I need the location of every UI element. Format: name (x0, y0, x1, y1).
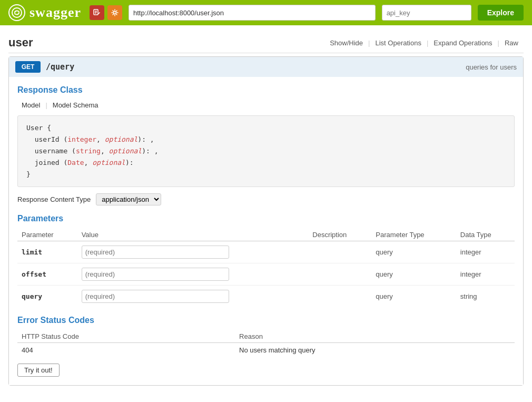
api-title: user (8, 36, 33, 50)
params-header-row: Parameter Value Description Parameter Ty… (17, 229, 515, 241)
model-field-username: username (string, optional): , (26, 145, 506, 157)
table-row: offset query integer (17, 263, 515, 286)
explore-button[interactable]: Explore (478, 5, 524, 21)
api-key-input[interactable] (382, 5, 471, 21)
param-value-cell (77, 263, 309, 286)
operation-description: queries for users (466, 63, 517, 71)
error-status-table: HTTP Status Code Reason 404 No users mat… (17, 330, 515, 357)
error-header-row: HTTP Status Code Reason (17, 330, 515, 343)
svg-point-5 (113, 12, 116, 14)
expand-operations-link[interactable]: Expand Operations (428, 39, 497, 47)
parameters-title: Parameters (17, 214, 515, 223)
logo-area: swagger (8, 4, 81, 21)
model-tabs: Model | Model Schema (17, 100, 515, 110)
navbar-icons (90, 5, 122, 20)
param-type: query (371, 241, 456, 263)
param-type: query (371, 286, 456, 308)
navbar: swagger http://localhost:8000/user.json … (0, 0, 532, 25)
operation-header[interactable]: GET /query queries for users (9, 57, 523, 77)
main-content: user Show/Hide | List Operations | Expan… (0, 25, 532, 402)
model-field-joined: joined (Date, optional): (26, 157, 506, 169)
url-input[interactable]: http://localhost:8000/user.json (129, 5, 376, 21)
param-datatype: integer (456, 241, 515, 263)
col-description: Description (308, 229, 371, 241)
list-operations-link[interactable]: List Operations (370, 39, 426, 47)
param-value-input[interactable] (82, 290, 229, 303)
model-box: User { userId (integer, optional): , use… (17, 115, 515, 187)
response-content-type-row: Response Content Type application/json (17, 193, 515, 205)
param-name: query (17, 286, 77, 308)
param-value-input[interactable] (82, 246, 229, 259)
table-row: query query string (17, 286, 515, 308)
param-name: limit (17, 241, 77, 263)
model-tab-schema[interactable]: Model Schema (48, 100, 103, 110)
parameters-section: Parameters Parameter Value Description P… (17, 214, 515, 307)
param-description (308, 286, 371, 308)
gear-icon-btn[interactable] (107, 5, 122, 20)
model-tab-model[interactable]: Model (17, 100, 44, 110)
operation-path: /query (46, 62, 74, 72)
raw-link[interactable]: Raw (499, 39, 524, 47)
table-row: 404 No users matching query (17, 343, 515, 358)
param-name: offset (17, 263, 77, 286)
response-class-title: Response Class (17, 85, 515, 95)
response-content-type-label: Response Content Type (17, 195, 91, 203)
pencil-icon-btn[interactable] (90, 5, 104, 20)
error-status-codes-title: Error Status Codes (17, 316, 515, 325)
response-class-section: Response Class Model | Model Schema User… (17, 85, 515, 187)
error-reason: No users matching query (235, 343, 515, 358)
model-tab-sep: | (44, 100, 48, 110)
operation-block: GET /query queries for users Response Cl… (8, 56, 524, 386)
param-description (308, 241, 371, 263)
method-badge: GET (15, 61, 41, 73)
api-title-row: user Show/Hide | List Operations | Expan… (8, 36, 524, 53)
col-reason: Reason (235, 330, 515, 343)
param-datatype: integer (456, 263, 515, 286)
param-value-cell (77, 241, 309, 263)
model-field-userid: userId (integer, optional): , (26, 134, 506, 145)
swagger-logo-icon (8, 4, 25, 21)
param-datatype: string (456, 286, 515, 308)
response-content-type-select[interactable]: application/json (96, 193, 161, 205)
param-description (308, 263, 371, 286)
model-closing: } (26, 169, 506, 180)
show-hide-link[interactable]: Show/Hide (324, 39, 368, 47)
swagger-logo-text: swagger (29, 5, 81, 21)
error-code: 404 (17, 343, 235, 358)
col-http-status: HTTP Status Code (17, 330, 235, 343)
parameters-table: Parameter Value Description Parameter Ty… (17, 229, 515, 307)
param-type: query (371, 263, 456, 286)
table-row: limit query integer (17, 241, 515, 263)
col-parameter: Parameter (17, 229, 77, 241)
svg-point-0 (12, 8, 22, 17)
col-value: Value (77, 229, 309, 241)
api-controls: Show/Hide | List Operations | Expand Ope… (324, 39, 524, 47)
operation-body: Response Class Model | Model Schema User… (9, 77, 523, 385)
model-class-name: User { (26, 122, 506, 134)
param-value-cell (77, 286, 309, 308)
col-data-type: Data Type (456, 229, 515, 241)
param-value-input[interactable] (82, 268, 229, 281)
col-parameter-type: Parameter Type (371, 229, 456, 241)
error-status-codes-section: Error Status Codes HTTP Status Code Reas… (17, 316, 515, 357)
try-it-out-button[interactable]: Try it out! (17, 364, 60, 377)
